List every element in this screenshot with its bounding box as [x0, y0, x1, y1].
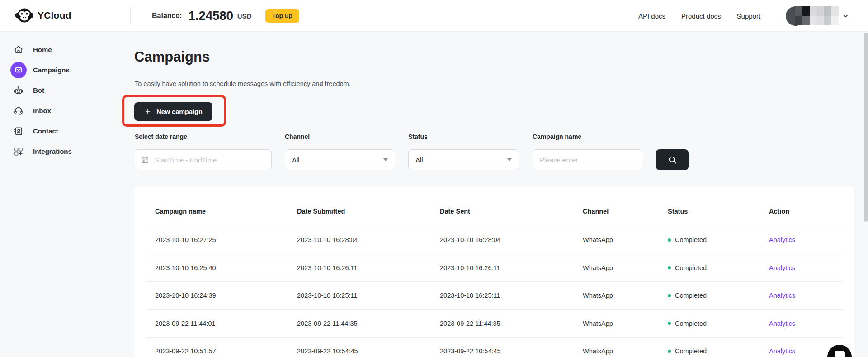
search-icon — [668, 155, 677, 165]
analytics-link[interactable]: Analytics — [769, 320, 795, 327]
sidebar: Home Campaigns Bot — [0, 32, 130, 357]
campaign-name-label: Campaign name — [533, 133, 581, 140]
sidebar-item-bot[interactable]: Bot — [0, 80, 130, 100]
page-subtitle: To easily have solution to schedule mess… — [135, 80, 351, 87]
nav-api-docs[interactable]: API docs — [638, 12, 665, 20]
cell-campaign-name: 2023-10-10 16:25:40 — [155, 264, 297, 271]
account-menu[interactable] — [786, 6, 849, 26]
sidebar-item-integrations[interactable]: Integrations — [0, 141, 130, 162]
cell-date-sent: 2023-10-10 16:25:11 — [440, 292, 583, 299]
balance-label: Balance: — [152, 12, 182, 20]
sidebar-item-contact[interactable]: Contact — [0, 121, 130, 141]
balance-currency: USD — [237, 12, 252, 20]
cell-campaign-name: 2023-09-22 11:44:01 — [155, 320, 297, 327]
balance-group: Balance: 1.24580 USD Top up — [152, 0, 299, 32]
table-header-row: Campaign name Date Submitted Date Sent C… — [146, 186, 844, 226]
integrations-grid-icon — [10, 143, 27, 160]
chevron-down-icon[interactable] — [842, 13, 849, 19]
col-campaign-name: Campaign name — [155, 208, 297, 215]
col-channel: Channel — [583, 208, 668, 215]
status-text: Completed — [675, 292, 707, 299]
plus-icon — [144, 108, 151, 115]
col-date-sent: Date Sent — [440, 208, 583, 215]
header-divider — [130, 7, 131, 25]
sidebar-item-label: Integrations — [33, 148, 72, 155]
cell-channel: WhatsApp — [583, 347, 668, 355]
search-button[interactable] — [656, 149, 689, 170]
sidebar-item-campaigns[interactable]: Campaigns — [0, 60, 130, 80]
cell-date-sent: 2023-10-10 16:28:04 — [440, 236, 583, 243]
cell-status: Completed — [668, 236, 769, 243]
balance-value: 1.24580 — [189, 9, 233, 23]
contact-book-icon — [10, 123, 27, 139]
caret-down-icon — [507, 158, 512, 161]
sidebar-item-label: Campaigns — [33, 66, 70, 74]
table-row: 2023-09-22 10:51:57 2023-09-22 10:54:45 … — [146, 338, 844, 357]
brand-name: YCloud — [38, 10, 71, 21]
table-row: 2023-09-22 11:44:01 2023-09-22 11:44:35 … — [146, 310, 844, 338]
status-select[interactable]: All — [408, 149, 519, 170]
col-status: Status — [668, 208, 769, 215]
channel-select-value: All — [285, 156, 383, 164]
table-row: 2023-10-10 16:24:39 2023-10-10 16:25:11 … — [146, 282, 844, 310]
status-select-value: All — [409, 156, 507, 164]
campaign-name-field[interactable] — [533, 149, 643, 170]
analytics-link[interactable]: Analytics — [769, 292, 795, 299]
cell-status: Completed — [668, 292, 769, 299]
new-campaign-button[interactable]: New campaign — [134, 102, 212, 121]
cell-status: Completed — [668, 320, 769, 327]
table-row: 2023-10-10 16:25:40 2023-10-10 16:26:11 … — [146, 254, 844, 282]
nav-product-docs[interactable]: Product docs — [681, 12, 721, 20]
date-range-label: Select date range — [135, 133, 187, 140]
nav-support[interactable]: Support — [737, 12, 761, 20]
cell-campaign-name: 2023-10-10 16:27:25 — [155, 236, 297, 243]
sidebar-item-home[interactable]: Home — [0, 39, 130, 60]
cell-channel: WhatsApp — [583, 264, 668, 271]
table-row: 2023-10-10 16:27:25 2023-10-10 16:28:04 … — [146, 226, 844, 254]
campaign-name-input[interactable] — [533, 150, 643, 170]
cell-channel: WhatsApp — [583, 320, 668, 327]
status-dot — [668, 238, 671, 242]
sidebar-item-label: Home — [33, 46, 52, 53]
cell-date-submitted: 2023-10-10 16:25:11 — [297, 292, 440, 299]
analytics-link[interactable]: Analytics — [769, 347, 795, 355]
page-title: Campaigns — [134, 49, 210, 65]
campaigns-icon — [10, 62, 27, 78]
cell-channel: WhatsApp — [583, 236, 668, 243]
col-action: Action — [769, 208, 844, 215]
campaigns-table-card: Campaign name Date Submitted Date Sent C… — [134, 186, 854, 357]
status-dot — [668, 266, 671, 269]
header-nav: API docs Product docs Support — [638, 0, 760, 32]
status-text: Completed — [675, 236, 707, 243]
cell-date-submitted: 2023-09-22 10:54:45 — [297, 347, 440, 355]
cell-date-sent: 2023-09-22 11:44:35 — [440, 320, 583, 327]
redacted-username — [795, 6, 839, 25]
analytics-link[interactable]: Analytics — [769, 264, 795, 271]
status-text: Completed — [675, 264, 707, 271]
cell-campaign-name: 2023-09-22 10:51:57 — [155, 347, 297, 355]
top-header: YCloud Balance: 1.24580 USD Top up API d… — [0, 0, 868, 32]
status-dot — [668, 294, 671, 297]
analytics-link[interactable]: Analytics — [769, 236, 795, 243]
chat-widget-icon — [835, 351, 845, 357]
sidebar-item-inbox[interactable]: Inbox — [0, 100, 130, 121]
cell-status: Completed — [668, 347, 769, 355]
date-range-field[interactable] — [135, 149, 272, 170]
top-up-button[interactable]: Top up — [265, 9, 300, 23]
status-label: Status — [408, 133, 428, 140]
sidebar-item-label: Bot — [33, 86, 44, 94]
status-text: Completed — [675, 320, 707, 327]
status-text: Completed — [675, 347, 707, 355]
vertical-scrollbar[interactable] — [864, 33, 868, 222]
cell-campaign-name: 2023-10-10 16:24:39 — [155, 292, 297, 299]
inbox-headset-icon — [10, 103, 27, 119]
cell-status: Completed — [668, 264, 769, 271]
cell-date-submitted: 2023-09-22 11:44:35 — [297, 320, 440, 327]
new-campaign-label: New campaign — [156, 108, 203, 115]
channel-select[interactable]: All — [285, 149, 395, 170]
cell-date-submitted: 2023-10-10 16:26:11 — [297, 264, 440, 271]
date-range-input[interactable] — [149, 150, 271, 170]
home-icon — [10, 42, 27, 58]
status-dot — [668, 322, 671, 325]
app-viewport: YCloud Balance: 1.24580 USD Top up API d… — [0, 0, 868, 357]
